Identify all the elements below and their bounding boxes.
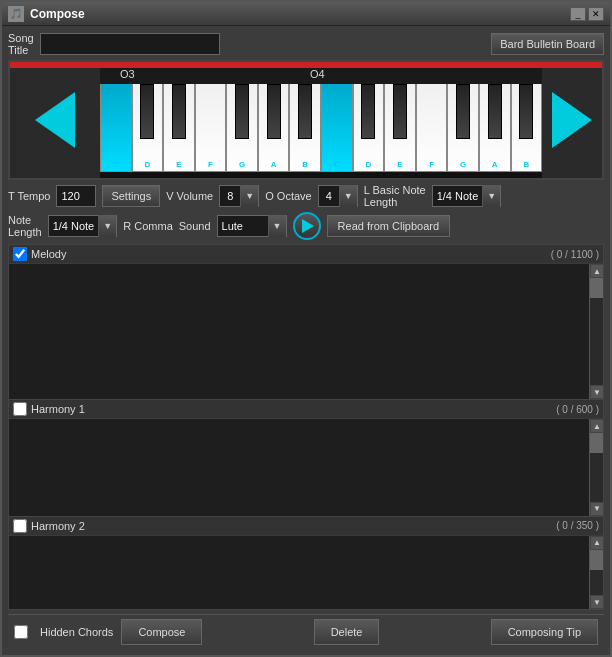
sound-value: Lute bbox=[218, 220, 268, 232]
key-as3[interactable] bbox=[298, 84, 312, 139]
note-length-value: 1/4 Note bbox=[49, 220, 99, 232]
app-icon: 🎵 bbox=[8, 6, 24, 22]
play-icon bbox=[302, 219, 314, 233]
harmony2-scroll-up[interactable]: ▲ bbox=[590, 536, 604, 550]
basic-note-value: 1/4 Note bbox=[433, 190, 483, 202]
key-gs4[interactable] bbox=[488, 84, 502, 139]
octave-o4-label: O4 bbox=[310, 68, 325, 80]
key-cs3[interactable] bbox=[140, 84, 154, 139]
settings-button[interactable]: Settings bbox=[102, 185, 160, 207]
piano-scroll-right-button[interactable] bbox=[542, 62, 602, 178]
harmony2-checkbox[interactable] bbox=[13, 519, 27, 533]
key-ds3[interactable] bbox=[172, 84, 186, 139]
harmony2-track-body: ▲ ▼ bbox=[9, 536, 603, 609]
key-f4[interactable]: F bbox=[416, 84, 448, 172]
note-length-label: NoteLength bbox=[8, 214, 42, 238]
harmony1-scroll-thumb[interactable] bbox=[590, 433, 603, 453]
melody-scrollbar: ▲ ▼ bbox=[589, 264, 603, 399]
bottom-bar: Hidden Chords Compose Delete Composing T… bbox=[8, 614, 604, 649]
harmony2-scrollbar: ▲ ▼ bbox=[589, 536, 603, 609]
melody-scroll-up[interactable]: ▲ bbox=[590, 264, 604, 278]
window-controls: _ ✕ bbox=[570, 7, 604, 21]
volume-value: 8 bbox=[220, 190, 240, 202]
key-c3[interactable]: C bbox=[100, 84, 132, 172]
harmony1-track-count: ( 0 / 600 ) bbox=[556, 404, 599, 415]
octave-o3-label: O3 bbox=[120, 68, 135, 80]
harmony1-scroll-up[interactable]: ▲ bbox=[590, 419, 604, 433]
melody-scroll-track bbox=[590, 278, 603, 385]
controls-row-1: T Tempo Settings V Volume 8 ▼ O Octave 4… bbox=[8, 184, 604, 208]
compose-window: 🎵 Compose _ ✕ SongTitle Bard Bulletin Bo… bbox=[0, 0, 612, 657]
controls-row-2: NoteLength 1/4 Note ▼ R Comma Sound Lute… bbox=[8, 212, 604, 240]
play-button[interactable] bbox=[293, 212, 321, 240]
compose-button[interactable]: Compose bbox=[121, 619, 202, 645]
key-cs4[interactable] bbox=[361, 84, 375, 139]
volume-dropdown-arrow[interactable]: ▼ bbox=[240, 185, 258, 207]
harmony1-edit-area[interactable] bbox=[9, 419, 589, 516]
sound-select[interactable]: Lute ▼ bbox=[217, 215, 287, 237]
composing-tip-button[interactable]: Composing Tip bbox=[491, 619, 598, 645]
key-fs3[interactable] bbox=[235, 84, 249, 139]
sound-label: Sound bbox=[179, 220, 211, 232]
melody-scroll-thumb[interactable] bbox=[590, 278, 603, 298]
octave-dropdown-arrow[interactable]: ▼ bbox=[339, 185, 357, 207]
window-title: Compose bbox=[30, 7, 570, 21]
piano-keyboard: O3 O4 C D E F G bbox=[8, 60, 604, 180]
key-gs3[interactable] bbox=[267, 84, 281, 139]
harmony1-track-body: ▲ ▼ bbox=[9, 419, 603, 516]
harmony1-checkbox[interactable] bbox=[13, 402, 27, 416]
melody-checkbox[interactable] bbox=[13, 247, 27, 261]
tempo-label: T Tempo bbox=[8, 190, 50, 202]
harmony2-track: Harmony 2 ( 0 / 350 ) ▲ ▼ bbox=[9, 517, 603, 609]
bard-bulletin-board-button[interactable]: Bard Bulletin Board bbox=[491, 33, 604, 55]
basic-note-dropdown-arrow[interactable]: ▼ bbox=[482, 185, 500, 207]
melody-track: Melody ( 0 / 1100 ) ▲ ▼ bbox=[9, 245, 603, 400]
octave-select[interactable]: 4 ▼ bbox=[318, 185, 358, 207]
song-title-input[interactable] bbox=[40, 33, 220, 55]
harmony1-track: Harmony 1 ( 0 / 600 ) ▲ ▼ bbox=[9, 400, 603, 517]
comma-label: R Comma bbox=[123, 220, 173, 232]
key-c4[interactable]: C bbox=[321, 84, 353, 172]
basic-note-label: L Basic NoteLength bbox=[364, 184, 426, 208]
melody-scroll-down[interactable]: ▼ bbox=[590, 385, 604, 399]
delete-button[interactable]: Delete bbox=[314, 619, 380, 645]
harmony2-edit-area[interactable] bbox=[9, 536, 589, 609]
minimize-button[interactable]: _ bbox=[570, 7, 586, 21]
harmony1-track-header: Harmony 1 ( 0 / 600 ) bbox=[9, 400, 603, 419]
octave-value: 4 bbox=[319, 190, 339, 202]
melody-track-header: Melody ( 0 / 1100 ) bbox=[9, 245, 603, 264]
close-button[interactable]: ✕ bbox=[588, 7, 604, 21]
volume-select[interactable]: 8 ▼ bbox=[219, 185, 259, 207]
key-f3[interactable]: F bbox=[195, 84, 227, 172]
main-content: SongTitle Bard Bulletin Board O3 O4 bbox=[2, 26, 610, 655]
key-ds4[interactable] bbox=[393, 84, 407, 139]
hidden-chords-checkbox[interactable] bbox=[14, 625, 28, 639]
harmony1-scroll-down[interactable]: ▼ bbox=[590, 502, 604, 516]
melody-track-body: ▲ ▼ bbox=[9, 264, 603, 399]
melody-track-name: Melody bbox=[31, 248, 551, 260]
melody-track-count: ( 0 / 1100 ) bbox=[551, 249, 599, 260]
title-bar: 🎵 Compose _ ✕ bbox=[2, 2, 610, 26]
harmony1-track-name: Harmony 1 bbox=[31, 403, 556, 415]
harmony2-track-count: ( 0 / 350 ) bbox=[556, 520, 599, 531]
keys-container: C D E F G A B C D E F G A B bbox=[100, 84, 542, 172]
hidden-chords-label: Hidden Chords bbox=[40, 626, 113, 638]
key-fs4[interactable] bbox=[456, 84, 470, 139]
key-as4[interactable] bbox=[519, 84, 533, 139]
harmony2-scroll-thumb[interactable] bbox=[590, 550, 603, 570]
harmony1-scroll-track bbox=[590, 433, 603, 502]
read-clipboard-button[interactable]: Read from Clipboard bbox=[327, 215, 451, 237]
piano-red-bar bbox=[10, 62, 602, 68]
note-length-select[interactable]: 1/4 Note ▼ bbox=[48, 215, 118, 237]
tempo-input[interactable] bbox=[56, 185, 96, 207]
harmony2-track-header: Harmony 2 ( 0 / 350 ) bbox=[9, 517, 603, 536]
harmony2-scroll-down[interactable]: ▼ bbox=[590, 595, 604, 609]
sound-dropdown-arrow[interactable]: ▼ bbox=[268, 215, 286, 237]
melody-edit-area[interactable] bbox=[9, 264, 589, 399]
harmony1-scrollbar: ▲ ▼ bbox=[589, 419, 603, 516]
note-length-dropdown-arrow[interactable]: ▼ bbox=[98, 215, 116, 237]
piano-scroll-left-button[interactable] bbox=[10, 62, 100, 178]
basic-note-select[interactable]: 1/4 Note ▼ bbox=[432, 185, 502, 207]
harmony2-track-name: Harmony 2 bbox=[31, 520, 556, 532]
tracks-container: Melody ( 0 / 1100 ) ▲ ▼ bbox=[8, 244, 604, 610]
